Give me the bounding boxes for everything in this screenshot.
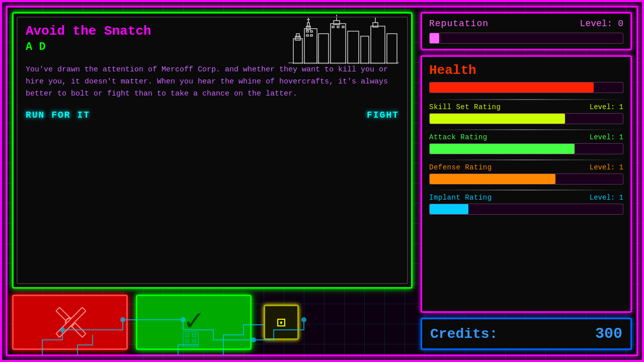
separator-3 (429, 159, 623, 160)
svg-rect-4 (304, 29, 317, 64)
skill-set-bar-container (429, 113, 623, 124)
defense-level: Level: 1 (590, 163, 623, 171)
skill-set-label: Skill Set Rating (429, 103, 501, 111)
credits-card: Credits: 300 (421, 318, 632, 350)
skill-set-header: Skill Set Rating Level: 1 (429, 103, 623, 111)
skill-set-row: Skill Set Rating Level: 1 (429, 103, 623, 124)
implant-level: Level: 1 (590, 194, 623, 202)
separator-2 (429, 129, 623, 130)
skill-set-bar (430, 114, 565, 124)
reputation-card: Reputation Level: 0 (421, 12, 632, 50)
svg-rect-18 (387, 34, 397, 64)
bottom-buttons: ✓ ⊡ (12, 295, 413, 350)
defense-bar-container (429, 173, 623, 185)
cancel-button[interactable] (12, 295, 128, 350)
mission-title: Avoid the Snatch (26, 24, 280, 39)
mission-actions: RUN FOR IT FIGHT (26, 110, 399, 120)
implant-bar (430, 204, 468, 214)
credits-value: 300 (595, 325, 622, 342)
center-circle (65, 317, 75, 327)
attack-header: Attack Rating Level: 1 (429, 133, 623, 141)
reputation-level: Level: 0 (580, 19, 623, 29)
svg-rect-10 (331, 24, 346, 64)
attack-bar (430, 144, 575, 154)
reputation-bar (430, 33, 439, 43)
skill-set-level: Level: 1 (590, 103, 623, 111)
mission-image (288, 9, 399, 64)
health-label: Health (429, 63, 623, 78)
svg-rect-0 (288, 9, 399, 64)
reputation-label: Reputation (429, 19, 489, 29)
defense-row: Defense Rating Level: 1 (429, 163, 623, 185)
svg-rect-3 (296, 34, 299, 37)
game-container: Avoid the Snatch A D (0, 0, 644, 362)
health-bar-container (429, 82, 623, 93)
implant-bar-container (429, 204, 623, 215)
svg-rect-9 (318, 34, 329, 64)
svg-rect-24 (337, 26, 339, 28)
svg-rect-11 (334, 21, 340, 25)
fight-button[interactable]: FIGHT (367, 110, 399, 120)
separator-4 (429, 190, 623, 191)
implant-header: Implant Rating Level: 1 (429, 194, 623, 202)
implant-row: Implant Rating Level: 1 (429, 194, 623, 215)
svg-rect-15 (371, 26, 385, 64)
credits-label: Credits: (430, 326, 498, 342)
right-panel: Reputation Level: 0 Health (421, 12, 632, 350)
confirm-button[interactable]: ✓ (136, 295, 252, 350)
attack-label: Attack Rating (429, 133, 488, 141)
implant-label: Implant Rating (429, 194, 492, 202)
svg-rect-25 (342, 26, 344, 28)
defense-label: Defense Rating (429, 163, 492, 171)
reputation-bar-container (429, 33, 623, 44)
svg-rect-19 (306, 31, 308, 32)
run-button[interactable]: RUN FOR IT (26, 110, 90, 120)
reputation-header: Reputation Level: 0 (429, 19, 623, 29)
inventory-button[interactable]: ⊡ (264, 305, 299, 340)
main-layout: Avoid the Snatch A D (12, 12, 632, 350)
mission-card: Avoid the Snatch A D (12, 12, 413, 289)
svg-rect-1 (293, 39, 302, 64)
separator-1 (429, 99, 623, 100)
mission-description: You've drawn the attention of Mercoff Co… (26, 64, 399, 100)
health-bar (430, 82, 594, 93)
left-panel: Avoid the Snatch A D (12, 12, 413, 350)
svg-rect-5 (306, 26, 310, 30)
svg-rect-20 (310, 31, 312, 32)
svg-rect-13 (348, 31, 359, 64)
attack-level: Level: 1 (590, 133, 623, 141)
defense-bar (430, 174, 555, 184)
stats-card: Health Skill Set Rating Level: 1 (421, 55, 632, 313)
inventory-icon: ⊡ (277, 313, 286, 332)
check-icon: ✓ (185, 307, 203, 337)
defense-header: Defense Rating Level: 1 (429, 163, 623, 171)
attack-bar-container (429, 143, 623, 154)
mission-keys: A D (26, 41, 280, 53)
svg-rect-22 (310, 35, 312, 36)
attack-row: Attack Rating Level: 1 (429, 133, 623, 154)
svg-rect-23 (332, 26, 334, 28)
svg-rect-21 (306, 35, 308, 36)
x-icon (50, 302, 90, 342)
svg-rect-14 (361, 36, 369, 64)
